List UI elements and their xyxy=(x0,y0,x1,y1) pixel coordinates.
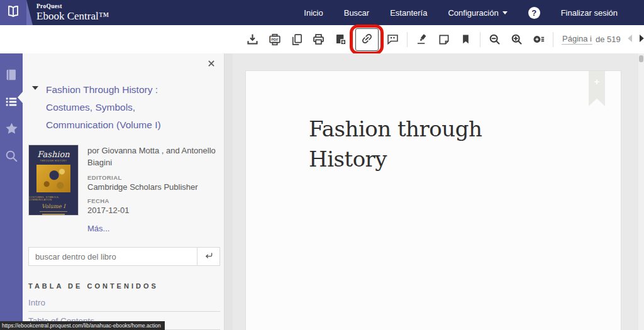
zoom-in-button[interactable] xyxy=(506,28,528,52)
pdf-button[interactable]: PDF xyxy=(264,28,286,52)
previous-page-button[interactable] xyxy=(625,28,636,52)
collapse-caret-icon[interactable] xyxy=(32,86,38,90)
book-title-row: Fashion Through History : Costumes, Symb… xyxy=(28,81,224,134)
help-icon[interactable]: ? xyxy=(528,7,540,19)
content-region: Fashion Through History : Costumes, Symb… xyxy=(0,53,644,330)
nav-item-buscar[interactable]: Buscar xyxy=(344,8,369,18)
list-icon xyxy=(4,95,18,111)
book-icon xyxy=(4,68,18,84)
enter-icon xyxy=(204,251,214,263)
fecha-value: 2017-12-01 xyxy=(87,206,216,215)
page-navigator: Página i de 519 xyxy=(562,34,621,45)
svg-text:PDF: PDF xyxy=(271,37,279,41)
arrow-left-icon xyxy=(625,33,636,46)
download-button[interactable] xyxy=(242,28,264,52)
add-book-icon xyxy=(334,33,347,46)
search-in-book-input[interactable] xyxy=(29,248,197,265)
navbar-menu: Inicio Buscar Estantería Configuración ?… xyxy=(304,7,618,19)
viewer-scrollbar[interactable] xyxy=(638,53,644,330)
separator xyxy=(553,32,553,47)
panel-scrollbar[interactable] xyxy=(224,53,233,330)
zoom-in-icon xyxy=(510,33,523,46)
cover-artwork xyxy=(36,165,70,192)
toc-item-intro[interactable]: Intro xyxy=(28,294,220,312)
cite-button[interactable] xyxy=(382,28,404,52)
book-info: Fashion THROUGH HISTORY COSTUMES, SYMBOL… xyxy=(28,145,224,234)
cover-editors-line xyxy=(40,211,67,212)
book-title-link[interactable]: Fashion Through History : Costumes, Symb… xyxy=(46,81,200,134)
options-list-icon xyxy=(532,33,545,46)
page-count-label: de 519 xyxy=(596,35,621,44)
editorial-label: EDITORIAL xyxy=(87,174,216,181)
note-button[interactable] xyxy=(433,28,455,52)
page-heading-line1: Fashion through xyxy=(309,114,482,144)
star-icon xyxy=(4,121,19,138)
close-icon xyxy=(207,60,216,70)
top-navbar: ProQuest Ebook Central™ Inicio Buscar Es… xyxy=(0,0,644,25)
separator xyxy=(407,32,408,47)
search-icon xyxy=(4,149,18,165)
book-detail-panel: Fashion Through History : Costumes, Symb… xyxy=(23,53,224,330)
separator xyxy=(480,32,480,47)
zoom-out-button[interactable] xyxy=(484,28,506,52)
bookmark-button[interactable] xyxy=(455,28,477,52)
logout-button[interactable]: Finalizar sesión xyxy=(561,8,618,18)
brand-ebook-central: Ebook Central™ xyxy=(36,11,109,21)
next-page-button[interactable] xyxy=(636,28,644,52)
search-submit-button[interactable] xyxy=(197,248,219,265)
reader-toolbar: PDF xyxy=(0,25,644,53)
brand: ProQuest Ebook Central™ xyxy=(36,4,109,22)
document-viewer: + Fashion through History xyxy=(233,53,644,330)
search-in-book-box xyxy=(28,247,220,266)
quote-bubble-icon xyxy=(386,33,399,46)
proquest-logo[interactable] xyxy=(0,0,26,25)
book-authors: por Giovanna Motta , and Antonello Biagi… xyxy=(87,145,216,168)
share-link-button[interactable] xyxy=(355,28,379,51)
bookmark-ribbon[interactable]: + xyxy=(589,71,605,106)
highlighter-icon xyxy=(415,33,428,46)
annotations-tab[interactable] xyxy=(3,121,20,138)
print-button[interactable] xyxy=(308,28,330,52)
nav-item-configuracion[interactable]: Configuración xyxy=(448,8,507,18)
copy-icon xyxy=(291,33,303,46)
status-url-tooltip: https://ebookcentral.proquest.com/lib/an… xyxy=(0,321,165,330)
editorial-value: Cambridge Scholars Publisher xyxy=(87,182,216,192)
nav-item-label: Configuración xyxy=(448,8,498,18)
link-icon xyxy=(360,32,374,47)
book-cover-thumbnail: Fashion THROUGH HISTORY COSTUMES, SYMBOL… xyxy=(28,145,79,216)
nav-item-label: Buscar xyxy=(344,8,369,18)
page-heading: Fashion through History xyxy=(309,114,482,174)
cover-caption: COSTUMES, SYMBOLS, COMMUNICATION xyxy=(29,196,78,201)
search-in-book-tab[interactable] xyxy=(3,148,20,165)
fecha-label: FECHA xyxy=(87,197,216,204)
highlight-button[interactable] xyxy=(411,28,433,52)
close-panel-button[interactable] xyxy=(207,59,216,70)
download-icon xyxy=(246,33,259,46)
reading-options-button[interactable] xyxy=(528,28,550,52)
more-link[interactable]: Más... xyxy=(87,224,109,233)
open-book-icon xyxy=(6,4,21,21)
viewer-scrollbar-thumb[interactable] xyxy=(639,55,643,62)
cover-title: Fashion xyxy=(37,150,69,159)
cover-editors-line xyxy=(42,214,65,215)
page-number-input[interactable]: Página i xyxy=(562,34,592,45)
toc-header: TABLA DE CONTENIDOS xyxy=(28,282,224,290)
nav-item-label: Estantería xyxy=(390,8,427,18)
share-link-group xyxy=(352,25,382,53)
nav-item-label: Inicio xyxy=(304,8,323,18)
ebook-central-reader: ProQuest Ebook Central™ Inicio Buscar Es… xyxy=(0,0,644,330)
print-icon xyxy=(312,33,325,46)
nav-item-inicio[interactable]: Inicio xyxy=(304,8,323,18)
logout-label: Finalizar sesión xyxy=(561,8,618,18)
add-to-bookshelf-button[interactable] xyxy=(330,28,352,52)
arrow-right-icon xyxy=(636,33,644,46)
nav-item-estanteria[interactable]: Estantería xyxy=(390,8,427,18)
active-tab-pointer xyxy=(18,92,23,103)
copy-button[interactable] xyxy=(286,28,308,52)
cover-volume: Volume I xyxy=(42,203,65,209)
book-detail-tab[interactable] xyxy=(3,67,20,84)
cover-subtitle: THROUGH HISTORY xyxy=(40,160,67,162)
brand-proquest: ProQuest xyxy=(36,4,109,10)
note-icon xyxy=(438,33,450,46)
page-heading-line2: History xyxy=(309,144,482,174)
